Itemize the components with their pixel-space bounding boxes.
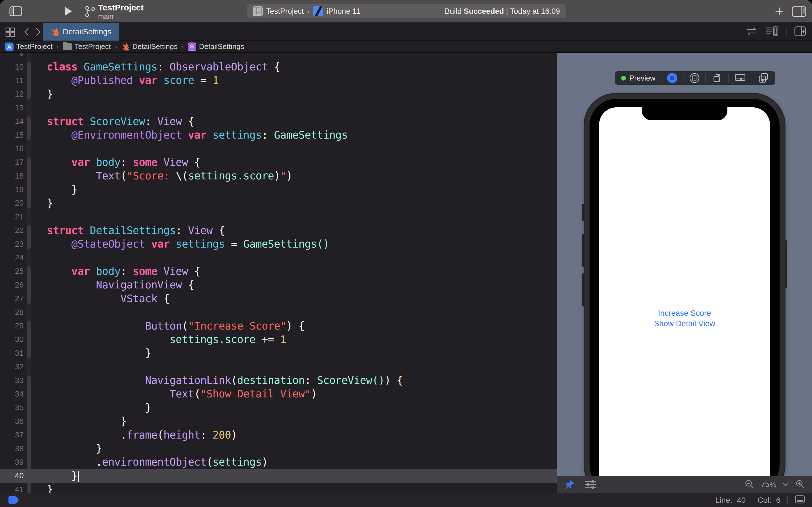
code-line[interactable]: 34 Text("Show Detail View") bbox=[0, 387, 557, 401]
code-line[interactable]: 26 NavigationView { bbox=[0, 278, 557, 292]
line-number: 32 bbox=[0, 362, 24, 371]
zoom-level[interactable]: 75% bbox=[761, 480, 776, 489]
line-number: 28 bbox=[0, 308, 24, 317]
breadcrumb-item[interactable]: ATestProject bbox=[5, 42, 53, 51]
code-line[interactable]: 29 Button("Increase Score") { bbox=[0, 319, 557, 333]
code-line[interactable]: 9 bbox=[0, 53, 557, 60]
line-number: 20 bbox=[0, 199, 24, 208]
live-preview-button[interactable] bbox=[661, 73, 683, 83]
orientation-button[interactable] bbox=[706, 73, 728, 83]
editor-mode-icon[interactable] bbox=[795, 495, 805, 506]
environment-overrides-button[interactable] bbox=[728, 73, 752, 83]
text-cursor bbox=[78, 471, 79, 482]
preview-toolbar: Preview bbox=[615, 71, 775, 85]
line-number: 15 bbox=[0, 131, 24, 140]
canvas-viewport: Preview bbox=[557, 53, 812, 476]
code-line[interactable]: 14struct ScoreView: View { bbox=[0, 115, 557, 128]
code-text: var body: some View { bbox=[47, 156, 200, 168]
show-detail-view-link[interactable]: Show Detail View bbox=[599, 318, 770, 329]
code-line[interactable]: 12} bbox=[0, 87, 557, 101]
code-text: @StateObject var settings = GameSettings… bbox=[47, 238, 329, 250]
app-icon: A bbox=[5, 43, 13, 51]
scheme-and-activity-bar[interactable]: TestProject › iPhone 11 Build Succeeded … bbox=[247, 4, 566, 18]
breadcrumb-item[interactable]: TestProject bbox=[63, 42, 111, 51]
code-line[interactable]: 15 @EnvironmentObject var settings: Game… bbox=[0, 128, 557, 142]
toggle-inspector-icon[interactable] bbox=[792, 6, 806, 17]
code-line[interactable]: 13 bbox=[0, 101, 557, 115]
code-line[interactable]: 37 .frame(height: 200) bbox=[0, 428, 557, 442]
code-text: } bbox=[47, 184, 78, 196]
line-number: 24 bbox=[0, 253, 24, 262]
code-text: .frame(height: 200) bbox=[47, 429, 237, 441]
code-line[interactable]: 23 @StateObject var settings = GameSetti… bbox=[0, 237, 557, 251]
volume-down-button bbox=[582, 273, 585, 306]
code-line[interactable]: 21 bbox=[0, 210, 557, 224]
tab-detailsettings[interactable]: DetailSettings bbox=[43, 23, 119, 41]
line-number: 17 bbox=[0, 158, 24, 167]
add-button[interactable] bbox=[775, 7, 784, 16]
divider bbox=[786, 27, 786, 37]
code-line[interactable]: 10class GameSettings: ObservableObject { bbox=[0, 60, 557, 73]
adjust-editor-options-icon[interactable] bbox=[765, 26, 779, 38]
stop-live-preview-icon[interactable] bbox=[667, 73, 677, 83]
code-line[interactable]: 30 settings.score += 1 bbox=[0, 333, 557, 346]
line-number: 38 bbox=[0, 444, 24, 453]
jump-bar[interactable]: ATestProject›TestProject›DetailSettings›… bbox=[0, 41, 812, 53]
code-text: @Published var score = 1 bbox=[47, 74, 219, 87]
canvas-settings-sliders-icon[interactable] bbox=[584, 480, 597, 490]
source-editor[interactable]: 910class GameSettings: ObservableObject … bbox=[0, 53, 557, 493]
toggle-navigator-icon[interactable] bbox=[9, 6, 22, 16]
scheme-device[interactable]: iPhone 11 bbox=[326, 7, 360, 16]
code-line[interactable]: 16 bbox=[0, 142, 557, 156]
git-branch-icon bbox=[85, 5, 96, 17]
code-line[interactable]: 41} bbox=[0, 483, 557, 493]
increase-score-button[interactable]: Increase Score bbox=[599, 308, 770, 318]
forward-chevron-icon[interactable] bbox=[35, 27, 42, 38]
code-line[interactable]: 25 var body: some View { bbox=[0, 265, 557, 278]
code-line[interactable]: 36 } bbox=[0, 414, 557, 428]
code-line[interactable]: 28 bbox=[0, 305, 557, 319]
add-editor-icon[interactable] bbox=[794, 26, 806, 38]
line-number: 13 bbox=[0, 103, 24, 112]
code-line[interactable]: 20} bbox=[0, 196, 557, 210]
breakpoints-toggle-icon[interactable] bbox=[8, 496, 19, 505]
tab-bar: DetailSettings bbox=[0, 23, 812, 41]
code-line[interactable]: 40 } bbox=[0, 469, 557, 483]
window-title: TestProject main bbox=[98, 3, 144, 20]
run-button[interactable] bbox=[64, 6, 73, 16]
breadcrumb-separator: › bbox=[115, 43, 117, 51]
code-line[interactable]: 18 Text("Score: \(settings.score)") bbox=[0, 169, 557, 183]
line-number: 11 bbox=[0, 76, 24, 85]
code-line[interactable]: 31 } bbox=[0, 346, 557, 360]
line-number: 36 bbox=[0, 417, 24, 426]
preview-app-content: Increase Score Show Detail View bbox=[599, 308, 770, 329]
line-number: 18 bbox=[0, 172, 24, 180]
code-line[interactable]: 32 bbox=[0, 360, 557, 374]
code-line[interactable]: 39 .environmentObject(settings) bbox=[0, 455, 557, 469]
zoom-in-icon[interactable] bbox=[795, 480, 805, 490]
back-chevron-icon[interactable] bbox=[23, 27, 30, 38]
code-line[interactable]: 19 } bbox=[0, 183, 557, 196]
scheme-target[interactable]: TestProject bbox=[266, 7, 304, 16]
code-line[interactable]: 24 bbox=[0, 251, 557, 265]
code-line[interactable]: 11 @Published var score = 1 bbox=[0, 74, 557, 87]
code-line[interactable]: 17 var body: some View { bbox=[0, 156, 557, 169]
pin-preview-icon[interactable] bbox=[564, 480, 574, 490]
line-number: 33 bbox=[0, 376, 24, 385]
zoom-out-icon[interactable] bbox=[744, 480, 755, 490]
code-line[interactable]: 35 } bbox=[0, 401, 557, 414]
code-line[interactable]: 38 } bbox=[0, 442, 557, 455]
breadcrumb-item[interactable]: DetailSettings bbox=[121, 42, 177, 51]
code-line[interactable]: 33 NavigationLink(destination: ScoreView… bbox=[0, 374, 557, 387]
duplicate-preview-button[interactable] bbox=[752, 72, 769, 83]
code-text: struct ScoreView: View { bbox=[47, 115, 194, 128]
breadcrumb-item[interactable]: SDetailSettings bbox=[188, 42, 244, 51]
preview-on-device-button[interactable] bbox=[683, 73, 705, 83]
scheme-separator: › bbox=[307, 7, 310, 16]
zoom-controls: 75% bbox=[744, 480, 805, 490]
editor-grid-icon[interactable] bbox=[5, 27, 15, 38]
code-review-icon[interactable] bbox=[746, 26, 758, 38]
zoom-menu-chevron-icon[interactable] bbox=[783, 482, 789, 487]
code-line[interactable]: 27 VStack { bbox=[0, 292, 557, 305]
code-line[interactable]: 22struct DetailSettings: View { bbox=[0, 224, 557, 237]
